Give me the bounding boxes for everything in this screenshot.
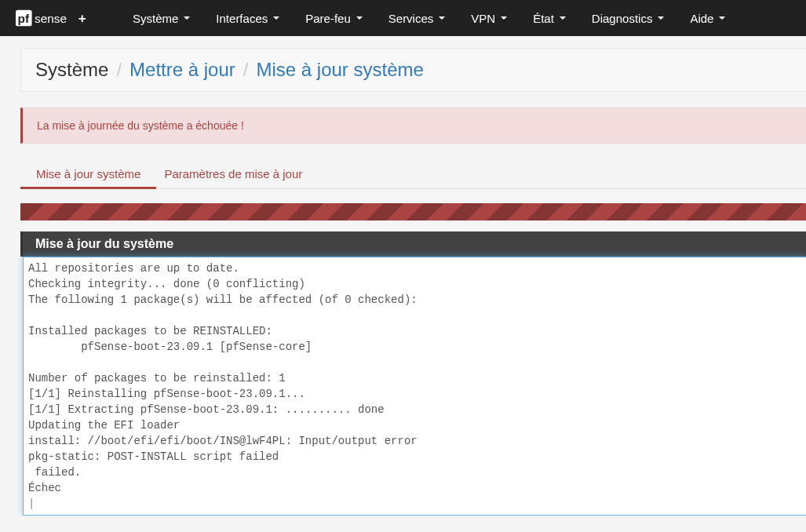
breadcrumb-separator: / <box>116 59 122 81</box>
alert-message: La mise à journée du système a échouée ! <box>37 119 244 132</box>
breadcrumb: Système / Mettre à jour / Mise à jour sy… <box>20 48 806 92</box>
nav-item-services[interactable]: Services <box>377 2 457 35</box>
nav-item-interfaces[interactable]: Interfaces <box>205 2 290 35</box>
caret-down-icon <box>501 16 507 20</box>
breadcrumb-separator: / <box>243 59 249 81</box>
tab-label: Paramètres de mise à jour <box>164 167 302 180</box>
tab-update-settings[interactable]: Paramètres de mise à jour <box>164 159 302 188</box>
log-text: All repositories are up to date. Checkin… <box>28 262 418 494</box>
breadcrumb-link-l2[interactable]: Mise à jour système <box>256 59 423 81</box>
text-cursor <box>28 497 35 510</box>
caret-down-icon <box>560 16 566 20</box>
nav-label: Pare-feu <box>305 12 351 25</box>
nav-item-systeme[interactable]: Système <box>122 2 201 35</box>
update-log-output[interactable]: All repositories are up to date. Checkin… <box>23 257 806 516</box>
nav-item-aide[interactable]: Aide <box>679 2 736 35</box>
nav-label: Aide <box>690 12 713 25</box>
nav-label: Diagnostics <box>592 12 653 25</box>
brand-logo[interactable]: pf sense + <box>16 9 110 27</box>
breadcrumb-link-l1[interactable]: Mettre à jour <box>129 59 235 81</box>
svg-text:+: + <box>78 10 86 26</box>
svg-text:sense: sense <box>35 12 67 25</box>
caret-down-icon <box>184 16 190 20</box>
svg-text:pf: pf <box>18 12 30 25</box>
panel-title: Mise à jour du système <box>35 237 173 250</box>
caret-down-icon <box>658 16 664 20</box>
navbar: pf sense + Système Interfaces Pare-feu S… <box>0 0 806 36</box>
tab-system-update[interactable]: Mise à jour système <box>36 159 140 188</box>
tab-label: Mise à jour système <box>36 167 140 180</box>
nav-label: Interfaces <box>216 12 268 25</box>
panel-header: Mise à jour du système <box>20 231 806 257</box>
nav-item-etat[interactable]: État <box>522 2 577 35</box>
nav-item-parefeu[interactable]: Pare-feu <box>294 2 374 35</box>
caret-down-icon <box>439 16 445 20</box>
tabs: Mise à jour système Paramètres de mise à… <box>20 159 806 189</box>
nav-item-diagnostics[interactable]: Diagnostics <box>581 2 676 35</box>
nav-label: Système <box>133 12 178 25</box>
caret-down-icon <box>719 16 725 20</box>
nav-label: Services <box>388 12 434 25</box>
nav-label: VPN <box>471 12 495 25</box>
breadcrumb-root: Système <box>35 59 108 81</box>
caret-down-icon <box>273 16 279 20</box>
alert-error: La mise à journée du système a échouée ! <box>20 107 806 144</box>
nav-items: Système Interfaces Pare-feu Services VPN… <box>122 2 736 35</box>
caret-down-icon <box>356 16 363 20</box>
progress-stripe-bar <box>20 203 806 220</box>
nav-item-vpn[interactable]: VPN <box>460 2 518 35</box>
nav-label: État <box>533 12 554 25</box>
